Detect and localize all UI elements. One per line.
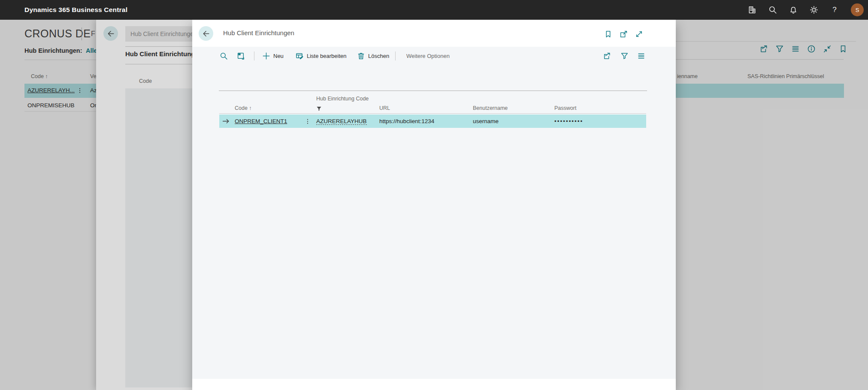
cell-username: username <box>473 115 499 128</box>
app-title: Dynamics 365 Business Central <box>24 6 127 14</box>
dialog-footer <box>192 379 676 390</box>
edit-list-label: Liste bearbeiten <box>307 53 347 59</box>
table-row[interactable]: ONPREM_CLIENT1 AZURERELAYHUB https://hub… <box>219 115 646 128</box>
back-button[interactable] <box>199 26 213 41</box>
table-header: Code ↑ Hub Einrichtung Code URL Benutzer… <box>219 95 646 114</box>
row-menu-icon[interactable] <box>304 115 311 128</box>
cell-hub-code: AZURERELAYHUB <box>316 115 367 128</box>
filter-button[interactable] <box>620 48 629 63</box>
dialog-title: Hub Client Einrichtungen <box>223 29 294 36</box>
col-hub-code[interactable]: Hub Einrichtung Code <box>316 96 369 102</box>
action-bar: Neu Liste bearbeiten Löschen Weitere <box>192 48 676 63</box>
edit-list-button[interactable]: Liste bearbeiten <box>296 48 347 63</box>
dialog-header-actions <box>604 30 643 38</box>
view-options-button[interactable] <box>637 48 645 63</box>
more-options-button[interactable]: Weitere Optionen <box>406 48 450 63</box>
dialog-content: Neu Liste bearbeiten Löschen Weitere <box>192 47 676 379</box>
share-button[interactable] <box>603 48 611 63</box>
toolbar-divider <box>254 51 254 60</box>
trash-icon <box>357 52 365 60</box>
cell-code-link[interactable]: ONPREM_CLIENT1 <box>235 115 287 128</box>
col-username[interactable]: Benutzername <box>473 105 508 111</box>
plus-icon <box>262 52 270 60</box>
column-filter-icon[interactable] <box>316 106 322 112</box>
new-button[interactable]: Neu <box>262 48 284 63</box>
edit-list-icon <box>296 52 304 60</box>
delete-button-label: Löschen <box>368 53 389 59</box>
avatar-initial: S <box>856 7 859 13</box>
organization-icon[interactable] <box>748 6 756 14</box>
list-icon <box>637 52 645 60</box>
toolbar-divider <box>395 51 396 60</box>
share-icon <box>603 52 611 60</box>
new-button-label: Neu <box>273 53 284 59</box>
cell-password-masked: •••••••••• <box>554 115 583 128</box>
action-bar-border <box>219 91 647 91</box>
hub-client-dialog: Hub Client Einrichtungen <box>192 20 676 390</box>
col-password[interactable]: Passwort <box>554 105 576 111</box>
col-url[interactable]: URL <box>379 105 390 111</box>
gear-icon[interactable] <box>810 6 818 14</box>
avatar[interactable]: S <box>851 3 864 16</box>
help-icon[interactable]: ? <box>830 6 839 14</box>
active-row-arrow-icon <box>222 115 230 128</box>
search-icon <box>220 52 228 60</box>
cell-hub-code-link[interactable]: AZURERELAYHUB <box>316 118 367 125</box>
search-icon[interactable] <box>768 6 777 14</box>
popout-icon[interactable] <box>620 30 628 38</box>
dialog-header: Hub Client Einrichtungen <box>192 20 676 47</box>
delete-button[interactable]: Löschen <box>357 48 389 63</box>
bookmark-icon[interactable] <box>604 30 612 38</box>
search-button[interactable] <box>220 48 228 63</box>
expand-icon[interactable] <box>635 30 643 38</box>
back-arrow-icon <box>202 30 210 38</box>
analyze-grid-icon <box>237 52 245 60</box>
analyze-button[interactable] <box>237 48 245 63</box>
col-code[interactable]: Code ↑ <box>235 105 252 111</box>
more-options-label: Weitere Optionen <box>406 53 450 59</box>
screen: Dynamics 365 Business Central ? S CRONUS… <box>0 0 868 390</box>
filter-icon <box>620 52 629 60</box>
top-app-bar: Dynamics 365 Business Central ? S <box>0 0 868 20</box>
cell-url: https://hubclient:1234 <box>379 115 434 128</box>
bell-icon[interactable] <box>789 6 798 14</box>
topbar-actions: ? S <box>748 0 864 20</box>
